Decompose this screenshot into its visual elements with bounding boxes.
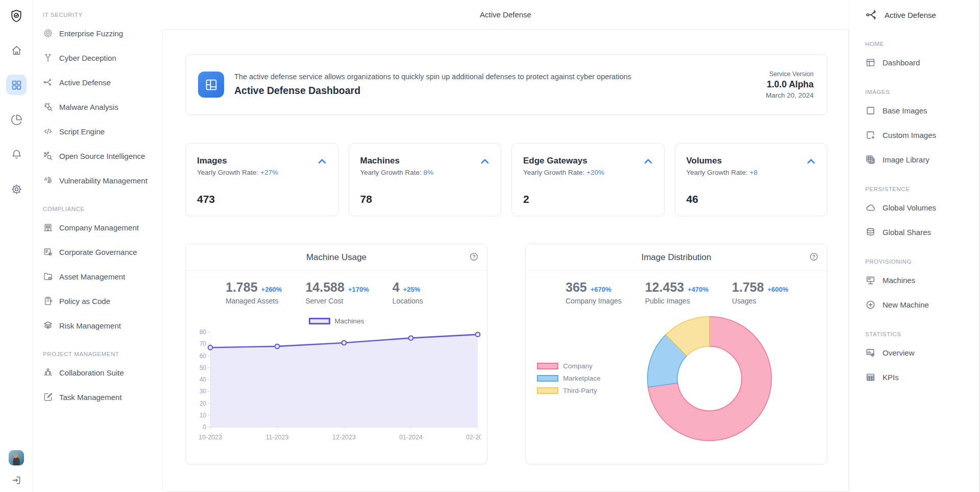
chart-stat-locations: 4+25%Locations <box>393 280 423 305</box>
service-version-date: March 20, 2024 <box>766 91 814 99</box>
nav-item-label: Task Management <box>59 393 122 402</box>
circle-plus-icon <box>865 299 876 310</box>
nav-item-base-images[interactable]: Base Images <box>865 98 976 123</box>
section-home: HOMEDashboard <box>865 41 976 75</box>
nav-item-kpis[interactable]: KPIs <box>865 365 976 389</box>
machines-line-chart: 0102030405060708010-202311-202312-202301… <box>193 328 480 449</box>
service-version-value: 1.0.0 Alpha <box>766 79 814 90</box>
stat-number: 365 <box>566 280 587 294</box>
sidebar: IT SECURITYEnterprise FuzzingCyber Decep… <box>33 0 162 492</box>
nav-item-label: Machines <box>883 276 915 285</box>
nav-item-malware-analysis[interactable]: Malware Analysis <box>43 95 158 119</box>
nav-item-overview[interactable]: Overview <box>865 340 976 365</box>
svg-text:80: 80 <box>200 329 207 336</box>
question-icon <box>469 252 479 262</box>
svg-text:11-2023: 11-2023 <box>266 434 289 441</box>
network-search-icon <box>43 151 53 161</box>
nav-item-machines[interactable]: Machines <box>865 268 976 292</box>
nav-item-new-machine[interactable]: New Machine <box>865 292 976 317</box>
edit-square-icon <box>43 392 53 402</box>
stat-title: Volumes <box>687 156 816 166</box>
logout-icon <box>11 475 22 486</box>
flow-split-icon <box>865 8 878 21</box>
svg-text:10: 10 <box>200 412 207 419</box>
chart-stat-usages: 1.758+600%Usages <box>732 280 788 305</box>
svg-text:30: 30 <box>200 388 207 395</box>
app-logo-shield-icon <box>6 6 27 27</box>
legend-item-marketplace[interactable]: Marketplace <box>537 374 601 382</box>
image-distribution-title: Image Distribution <box>641 252 711 263</box>
svg-text:50: 50 <box>200 364 207 371</box>
legend-item-company[interactable]: Company <box>537 362 601 370</box>
cloud-icon <box>865 202 876 213</box>
nav-item-asset-management[interactable]: Asset Management <box>43 264 158 289</box>
chart-board-icon <box>865 347 876 358</box>
help-icon[interactable] <box>809 252 819 262</box>
nav-item-cyber-deception[interactable]: Cyber Deception <box>43 45 158 70</box>
nav-item-custom-images[interactable]: Custom Images <box>865 123 976 147</box>
window-icon <box>865 57 876 68</box>
svg-text:40: 40 <box>200 376 207 383</box>
nav-item-global-volumes[interactable]: Global Volumes <box>865 195 976 220</box>
nav-item-open-source-intelligence[interactable]: Open Source Intelligence <box>43 144 158 168</box>
rail-grid-icon-active[interactable] <box>6 75 27 95</box>
section-title: STATISTICS <box>865 331 976 337</box>
square-icon <box>865 105 876 116</box>
collapse-chevron-up-icon[interactable] <box>315 155 329 168</box>
nav-item-label: Risk Management <box>59 321 121 330</box>
section-title: IMAGES <box>865 89 976 95</box>
rail-pie-chart-icon[interactable] <box>6 109 27 130</box>
nav-item-company-management[interactable]: Company Management <box>43 215 158 240</box>
nav-item-task-management[interactable]: Task Management <box>43 385 158 409</box>
section-provisioning: PROVISIONINGMachinesNew Machine <box>865 259 976 317</box>
line-chart-legend[interactable]: Machines <box>186 317 487 325</box>
nav-item-label: Asset Management <box>59 272 125 281</box>
nav-item-image-library[interactable]: Image Library <box>865 147 976 172</box>
svg-text:0: 0 <box>203 424 206 431</box>
collapse-chevron-up-icon[interactable] <box>478 155 492 168</box>
legend-item-third-party[interactable]: Third-Party <box>537 387 601 394</box>
stat-number: 1.758 <box>732 280 764 294</box>
chevron-up-icon <box>804 155 818 168</box>
stat-delta: +470% <box>688 286 708 293</box>
legend-label: Third-Party <box>563 387 597 394</box>
svg-text:60: 60 <box>200 353 207 360</box>
nav-item-policy-as-code[interactable]: Policy as Code <box>43 289 158 313</box>
nav-item-label: Policy as Code <box>59 297 110 306</box>
nav-item-collaboration-suite[interactable]: Collaboration Suite <box>43 360 158 385</box>
server-icon <box>865 275 876 286</box>
nav-item-active-defense[interactable]: Active Defense <box>43 70 158 95</box>
legend-swatch <box>537 375 558 382</box>
avatar[interactable] <box>9 450 24 465</box>
branch-icon <box>43 53 53 63</box>
nav-item-label: Enterprise Fuzzing <box>59 29 123 38</box>
rail-gear-icon[interactable] <box>6 179 27 199</box>
chart-stat-public-images: 12.453+470%Public Images <box>645 280 708 305</box>
nav-item-risk-management[interactable]: Risk Management <box>43 313 158 338</box>
section-project-management: PROJECT MANAGEMENTCollaboration SuiteTas… <box>43 351 158 409</box>
pie-chart-icon <box>11 114 22 126</box>
nav-item-script-engine[interactable]: Script Engine <box>43 119 158 144</box>
rail-bell-icon[interactable] <box>6 144 27 165</box>
help-icon[interactable] <box>469 252 479 262</box>
logout-icon[interactable] <box>11 475 22 486</box>
collapse-chevron-up-icon[interactable] <box>804 155 818 168</box>
nav-item-vulnerability-management[interactable]: Vulnerability Management <box>43 168 158 193</box>
section-persistence: PERSISTENCEGlobal VolumesGlobal Shares <box>865 186 976 244</box>
nav-item-global-shares[interactable]: Global Shares <box>865 220 976 244</box>
collapse-chevron-up-icon[interactable] <box>642 155 655 168</box>
nav-item-corporate-governance[interactable]: Corporate Governance <box>43 240 158 264</box>
page-title: Active Defense <box>480 10 531 19</box>
flow-split-icon <box>43 77 53 87</box>
nav-item-label: Malware Analysis <box>59 103 118 111</box>
svg-text:12-2023: 12-2023 <box>332 434 356 441</box>
nav-item-dashboard[interactable]: Dashboard <box>865 50 976 75</box>
image-distribution-donut <box>644 313 775 444</box>
section-title: HOME <box>865 41 976 47</box>
nav-item-enterprise-fuzzing[interactable]: Enterprise Fuzzing <box>43 21 158 45</box>
nav-item-label: Open Source Intelligence <box>59 152 145 160</box>
stat-title: Machines <box>360 156 490 166</box>
rail-home-icon[interactable] <box>6 40 27 60</box>
stat-label: Locations <box>393 297 423 305</box>
org-chart-icon <box>43 367 53 378</box>
